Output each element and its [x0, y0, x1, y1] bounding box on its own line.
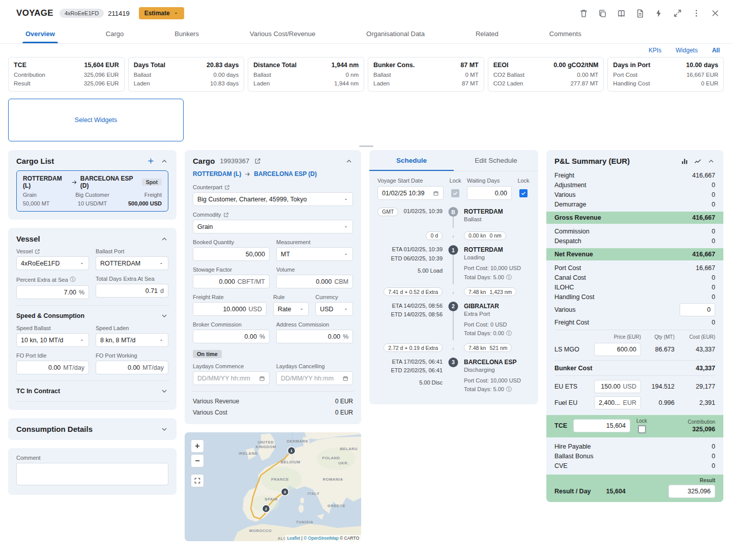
laydays-cancelling-input[interactable] — [281, 375, 340, 382]
close-button[interactable] — [707, 5, 724, 22]
tab-organisational-data[interactable]: Organisational Data — [341, 24, 450, 43]
speed-laden-select[interactable]: 8 kn, 8 MT/d — [96, 333, 168, 347]
broker-commission-input[interactable] — [197, 333, 257, 340]
calendar-icon[interactable] — [433, 190, 439, 197]
pdf-export-button[interactable] — [631, 5, 649, 22]
tab-cargo[interactable]: Cargo — [80, 24, 149, 43]
counterpart-select[interactable]: Big Customer, Charterer, 45999, Tokyo — [193, 192, 353, 206]
map-zoom-in-button[interactable]: + — [191, 439, 204, 453]
cargo-list-collapse-button[interactable] — [160, 157, 168, 165]
pnl-bar-chart-button[interactable] — [681, 157, 689, 165]
open-in-new-icon[interactable] — [224, 185, 230, 190]
freight-rate-input[interactable] — [197, 306, 246, 313]
tab-edit-schedule[interactable]: Edit Schedule — [454, 150, 538, 171]
more-menu-button[interactable] — [688, 5, 705, 22]
chevron-up-icon — [345, 157, 353, 165]
tce-lock-checkbox[interactable] — [638, 425, 646, 433]
kpi-sub-label: Handling Cost — [613, 79, 650, 88]
map-marker-1: 1 — [288, 447, 296, 455]
tab-comments[interactable]: Comments — [524, 24, 607, 43]
osm-link[interactable]: © OpenStreetMap — [304, 536, 339, 541]
route-destination-link[interactable]: BARCELONA ESP (D) — [254, 170, 316, 178]
calendar-icon[interactable] — [259, 375, 265, 382]
tce-input[interactable] — [578, 422, 626, 429]
map-label-tunisia: TUNISIA — [296, 519, 313, 524]
filter-all[interactable]: All — [712, 47, 720, 54]
fo-port-idle-input[interactable] — [21, 364, 61, 371]
address-commission-input[interactable] — [281, 333, 340, 340]
delete-button[interactable] — [575, 5, 592, 22]
ls-mgo-price-input[interactable] — [599, 346, 636, 353]
tab-various-cost-revenue[interactable]: Various Cost/Revenue — [224, 24, 341, 43]
copy-button[interactable] — [594, 5, 611, 22]
leg-eta: ETA 17/02/25, 06:41 — [377, 358, 443, 367]
flash-button[interactable] — [650, 5, 667, 22]
waiting-days-input[interactable] — [472, 190, 507, 197]
laydays-commence-input[interactable] — [197, 375, 256, 382]
chevron-up-icon — [707, 157, 715, 165]
stowage-factor-input[interactable] — [197, 278, 235, 285]
fuel-eu-price-input[interactable] — [599, 399, 621, 406]
info-icon[interactable]: ⓘ — [506, 329, 512, 338]
info-icon[interactable]: ⓘ — [506, 273, 512, 282]
ls-mgo-price-input-wrap — [594, 343, 641, 356]
estimate-dropdown-button[interactable]: Estimate — [139, 7, 184, 19]
route-map[interactable]: 1 2 3 UNITED KINGDOM IRELAND DENMARK BEL… — [185, 432, 361, 541]
booked-quantity-input[interactable] — [197, 251, 265, 258]
eu-ets-price-input[interactable] — [599, 383, 621, 390]
info-icon[interactable]: ⓘ — [506, 385, 512, 394]
cargo-form-collapse-button[interactable] — [345, 157, 353, 165]
leaflet-link[interactable]: Leaflet — [287, 536, 300, 541]
filter-widgets[interactable]: Widgets — [676, 47, 697, 54]
measurement-select[interactable]: MT — [276, 247, 353, 261]
open-in-new-icon[interactable] — [35, 249, 40, 254]
speed-consumption-collapse-button[interactable] — [160, 312, 168, 320]
calendar-icon[interactable] — [342, 375, 348, 382]
kpi-card-days-in-port: Days in Port10.00 days Port Cost16,667 E… — [607, 57, 724, 92]
contacts-button[interactable] — [612, 5, 630, 22]
expand-button[interactable] — [669, 5, 686, 22]
kpi-sub-value: 0 MT — [465, 71, 478, 79]
tab-related[interactable]: Related — [450, 24, 524, 43]
pnl-collapse-button[interactable] — [707, 157, 715, 165]
speed-ballast-select[interactable]: 10 kn, 10 MT/d — [16, 333, 89, 347]
tab-bunkers[interactable]: Bunkers — [149, 24, 224, 43]
map-zoom-out-button[interactable]: − — [191, 454, 204, 467]
kpi-sub-label: Laden — [253, 79, 270, 88]
voyage-start-lock-checkbox[interactable] — [451, 189, 459, 197]
map-fullscreen-button[interactable] — [191, 474, 204, 487]
vessel-collapse-button[interactable] — [160, 235, 168, 243]
tc-in-contract-collapse-button[interactable] — [160, 387, 168, 395]
voyage-start-input[interactable] — [382, 190, 430, 197]
cargo-open-button[interactable] — [254, 158, 261, 164]
cargo-list-item[interactable]: ROTTERDAM (L) BARCELONA ESP (D) Spot Gra… — [16, 170, 168, 212]
vessel-select[interactable]: 4xRoEeE1FD — [16, 256, 89, 270]
pnl-various-input[interactable] — [684, 306, 711, 313]
ballast-port-select[interactable]: ROTTERDAM — [96, 256, 168, 270]
pnl-various-input-wrap — [680, 303, 715, 316]
total-days-extra-input[interactable] — [100, 287, 158, 294]
currency-select[interactable]: USD — [315, 302, 353, 316]
pnl-line-chart-button[interactable] — [694, 157, 702, 165]
consumption-details-collapse-button[interactable] — [160, 425, 168, 433]
add-cargo-button[interactable] — [147, 157, 155, 165]
route-origin-link[interactable]: ROTTERDAM (L) — [193, 170, 241, 178]
filter-kpis[interactable]: KPIs — [649, 47, 661, 54]
waiting-days-lock-checkbox[interactable] — [519, 189, 528, 197]
rule-select[interactable]: Rate — [273, 302, 309, 316]
info-icon[interactable]: ⓘ — [70, 276, 76, 283]
percent-extra-input[interactable] — [21, 289, 76, 296]
comment-textarea[interactable] — [16, 463, 168, 485]
open-in-new-icon[interactable] — [223, 212, 229, 218]
tab-overview[interactable]: Overview — [0, 24, 80, 43]
commodity-select[interactable]: Grain — [193, 220, 353, 233]
panel-drag-handle[interactable] — [359, 145, 373, 147]
tab-schedule[interactable]: Schedule — [369, 150, 454, 171]
leg-port-cost: Port Cost: 0 USD — [464, 320, 530, 330]
fo-port-working-input[interactable] — [100, 364, 140, 371]
select-widgets-box[interactable]: Select Widgets — [8, 99, 184, 141]
result-total-input[interactable] — [673, 488, 711, 495]
leg-total-days: Total Days: 5.00 — [464, 273, 504, 282]
volume-input[interactable] — [281, 278, 332, 285]
kpi-card-bunker-cons: Bunker Cons.87 MT Ballast0 MT Laden87 MT — [368, 57, 484, 92]
